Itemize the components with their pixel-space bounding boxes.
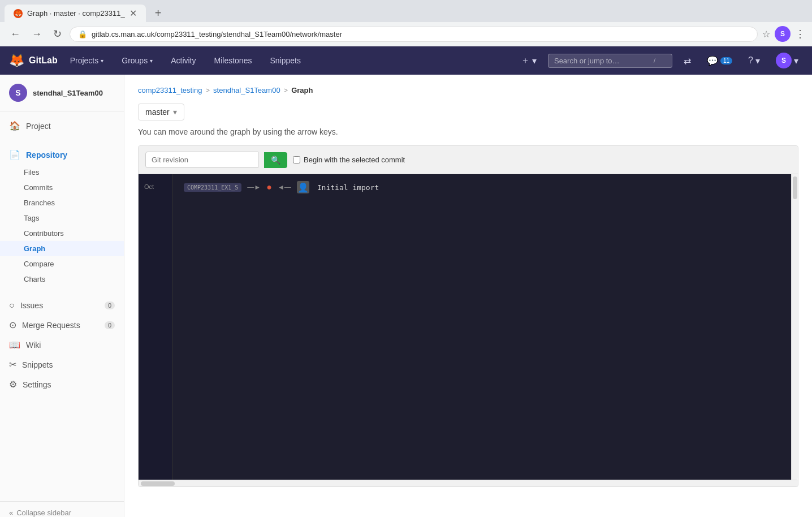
- sidebar-item-tags[interactable]: Tags: [0, 210, 124, 226]
- horizontal-scrollbar-thumb[interactable]: [141, 481, 175, 486]
- issues-sidebar-icon: ○: [9, 300, 15, 311]
- gitlab-wordmark: GitLab: [29, 55, 58, 66]
- main-content: comp23311_testing > stendhal_S1Team00 > …: [124, 75, 812, 517]
- merge-requests-sidebar-icon: ⊙: [9, 320, 16, 330]
- forward-button[interactable]: →: [28, 26, 45, 42]
- user-avatar-nav[interactable]: S ▾: [771, 50, 803, 71]
- graph-container: 🔍 Begin with the selected commit Oct: [138, 145, 798, 487]
- breadcrumb-sep-1: >: [205, 86, 210, 94]
- tab-close-btn[interactable]: ✕: [129, 8, 137, 19]
- begin-commit-text: Begin with the selected commit: [304, 156, 405, 164]
- graph-canvas-wrapper: Oct COMP23311_EX1_S —► ● ◄— 👤 Initial: [139, 174, 798, 480]
- user-caret-icon: ▾: [794, 55, 798, 66]
- nav-activity[interactable]: Activity: [165, 46, 201, 75]
- sidebar-issues-section: ○ Issues 0 ⊙ Merge Requests 0 📖 Wiki ✂ S…: [0, 291, 124, 399]
- address-bar[interactable]: 🔒 gitlab.cs.man.ac.uk/comp23311_testing/…: [70, 27, 758, 42]
- sidebar-item-snippets[interactable]: ✂ Snippets: [0, 355, 124, 374]
- merge-requests-sidebar-count: 0: [105, 321, 115, 329]
- commit-branch-ref: COMP23311_EX1_S: [184, 183, 241, 192]
- issues-sidebar-count: 0: [105, 301, 115, 309]
- sidebar-item-commits[interactable]: Commits: [0, 180, 124, 195]
- breadcrumb-comp23311-testing[interactable]: comp23311_testing: [138, 86, 202, 94]
- vertical-scrollbar[interactable]: [791, 174, 798, 480]
- begin-with-commit-checkbox[interactable]: [293, 156, 300, 163]
- nav-snippets[interactable]: Snippets: [264, 46, 306, 75]
- sidebar-item-project[interactable]: 🏠 Project: [0, 116, 124, 136]
- browser-controls: ← → ↻ 🔒 gitlab.cs.man.ac.uk/comp23311_te…: [0, 22, 812, 46]
- sidebar-item-settings[interactable]: ⚙ Settings: [0, 374, 124, 394]
- global-search-input[interactable]: [554, 57, 649, 65]
- breadcrumb: comp23311_testing > stendhal_S1Team00 > …: [138, 86, 798, 94]
- back-button[interactable]: ←: [7, 26, 24, 42]
- graph-commit-row: COMP23311_EX1_S —► ● ◄— 👤 Initial import: [177, 178, 386, 197]
- commit-connector-line: —►: [247, 183, 261, 191]
- gitlab-fox-icon: 🦊: [9, 53, 24, 68]
- groups-caret-icon: ▾: [150, 58, 153, 64]
- breadcrumb-stendhal[interactable]: stendhal_S1Team00: [213, 86, 280, 94]
- sidebar-item-merge-requests[interactable]: ⊙ Merge Requests 0: [0, 315, 124, 335]
- snippets-icon: ✂: [9, 359, 16, 370]
- git-revision-input[interactable]: [145, 152, 258, 168]
- gitlab-logo[interactable]: 🦊 GitLab: [9, 53, 58, 68]
- repository-icon: 📄: [9, 149, 20, 160]
- address-text: gitlab.cs.man.ac.uk/comp23311_testing/st…: [92, 30, 749, 38]
- browser-tabs: 🦊 Graph · master · comp23311_ ✕ +: [0, 0, 812, 22]
- new-tab-button[interactable]: +: [150, 5, 166, 22]
- commit-arrow-left: ◄—: [278, 183, 291, 191]
- sidebar-item-wiki[interactable]: 📖 Wiki: [0, 335, 124, 355]
- nav-groups[interactable]: Groups ▾: [116, 46, 158, 75]
- nav-projects[interactable]: Projects ▾: [64, 46, 110, 75]
- sidebar-item-files[interactable]: Files: [0, 165, 124, 180]
- merge-icon: ⇄: [684, 55, 691, 66]
- issues-button[interactable]: 💬 11: [702, 53, 737, 68]
- sidebar: S stendhal_S1Team00 🏠 Project 📄 Reposito…: [0, 75, 124, 517]
- global-search-box[interactable]: /: [548, 54, 672, 68]
- browser-chrome: 🦊 Graph · master · comp23311_ ✕ + ← → ↻ …: [0, 0, 812, 46]
- sidebar-item-repository[interactable]: 📄 Repository: [0, 145, 124, 165]
- sidebar-user-avatar: S: [9, 84, 27, 102]
- graph-month-label: Oct: [141, 179, 170, 195]
- info-text: You can move around the graph by using t…: [138, 127, 798, 136]
- sidebar-item-branches[interactable]: Branches: [0, 195, 124, 210]
- collapse-sidebar-button[interactable]: « Collapse sidebar: [0, 501, 124, 517]
- collapse-icon: «: [9, 509, 13, 517]
- commit-avatar: 👤: [297, 181, 309, 193]
- horizontal-scrollbar[interactable]: [139, 480, 798, 486]
- sidebar-item-compare[interactable]: Compare: [0, 256, 124, 272]
- help-button[interactable]: ? ▾: [744, 53, 765, 68]
- graph-months-panel: Oct: [139, 174, 172, 480]
- plus-menu-button[interactable]: ＋ ▾: [516, 53, 541, 69]
- profile-avatar[interactable]: S: [775, 26, 791, 42]
- reload-button[interactable]: ↻: [50, 25, 65, 42]
- bookmark-button[interactable]: ☆: [762, 29, 770, 40]
- active-tab[interactable]: 🦊 Graph · master · comp23311_ ✕: [5, 5, 146, 22]
- graph-commits-area: COMP23311_EX1_S —► ● ◄— 👤 Initial import: [172, 174, 390, 480]
- branch-caret-icon: ▾: [173, 107, 177, 117]
- issues-count-badge: 11: [720, 57, 732, 64]
- breadcrumb-current: Graph: [291, 86, 313, 94]
- git-revision-search-button[interactable]: 🔍: [264, 152, 287, 168]
- nav-milestones[interactable]: Milestones: [209, 46, 258, 75]
- sidebar-user-section: S stendhal_S1Team00: [0, 75, 124, 111]
- sidebar-project-section: 🏠 Project: [0, 111, 124, 140]
- more-options-button[interactable]: ⋮: [795, 28, 805, 40]
- sidebar-item-contributors[interactable]: Contributors: [0, 226, 124, 241]
- plus-icon: ＋: [521, 55, 530, 67]
- help-caret-icon: ▾: [755, 55, 760, 66]
- tab-favicon: 🦊: [14, 9, 23, 18]
- sidebar-item-graph[interactable]: Graph: [0, 241, 124, 256]
- vertical-scrollbar-thumb[interactable]: [793, 176, 797, 199]
- branch-name: master: [145, 107, 170, 117]
- sidebar-item-issues[interactable]: ○ Issues 0: [0, 296, 124, 315]
- sidebar-item-charts[interactable]: Charts: [0, 272, 124, 287]
- begin-with-commit-label[interactable]: Begin with the selected commit: [293, 156, 405, 164]
- branch-selector[interactable]: master ▾: [138, 104, 184, 120]
- user-profile-circle: S: [776, 53, 792, 68]
- commit-dot: ●: [266, 182, 272, 192]
- tab-title: Graph · master · comp23311_: [27, 9, 125, 18]
- projects-caret-icon: ▾: [101, 58, 103, 64]
- merge-requests-button[interactable]: ⇄: [679, 53, 696, 68]
- help-icon: ?: [748, 55, 753, 66]
- sidebar-user-name: stendhal_S1Team00: [33, 89, 103, 97]
- wiki-icon: 📖: [9, 339, 20, 350]
